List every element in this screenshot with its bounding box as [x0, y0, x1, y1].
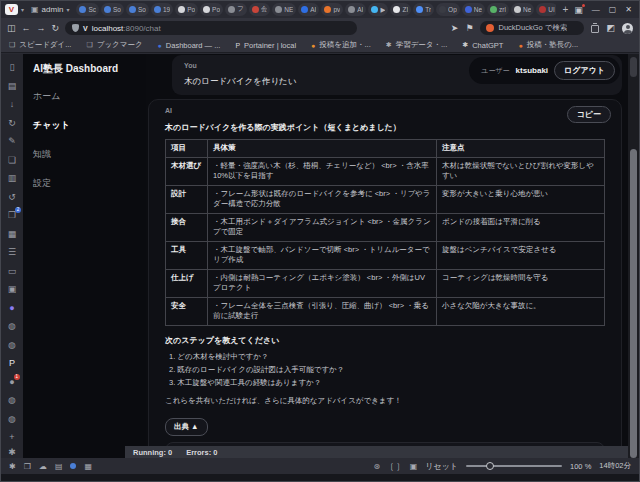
browser-tab[interactable]: Ne [462, 3, 485, 16]
back-icon[interactable]: ← [22, 23, 31, 33]
browser-tab[interactable]: AI [345, 3, 366, 16]
tiling-icon[interactable]: ◩ [606, 23, 615, 33]
capture-icon[interactable]: ❲❳ [388, 462, 401, 471]
trash-icon[interactable] [591, 25, 599, 33]
sync-avatar-icon[interactable] [622, 23, 633, 34]
tasks-panel-icon[interactable]: ☰ [8, 243, 16, 262]
browser-profile[interactable]: ▣ admin ▾ [31, 5, 69, 14]
snapshot-icon[interactable]: ⊛ [374, 462, 381, 471]
bookmarks-panel-icon[interactable]: ▯ [10, 58, 15, 77]
scrollbar-top-segment[interactable] [630, 57, 637, 77]
status-dot-icon[interactable] [70, 463, 76, 469]
sessions-panel-icon[interactable]: ❐ 2 [8, 206, 16, 225]
logout-button[interactable]: ログアウト [554, 61, 615, 80]
maximize-button[interactable]: ▢ [609, 5, 617, 14]
sidebar-nav-item[interactable]: ホーム [33, 90, 146, 103]
bookmark-item[interactable]: ● Dashboard — ... [158, 41, 221, 50]
bookmark-item[interactable]: ● 投稿・塾長の... [518, 40, 578, 50]
settings-gear-icon[interactable]: ✱ [9, 462, 16, 471]
browser-tab[interactable]: Po [175, 3, 198, 16]
scrollbar-thumb[interactable] [630, 149, 637, 458]
browser-tab[interactable]: Tr [413, 3, 434, 16]
images-toggle-icon[interactable]: ▣ [410, 462, 418, 471]
browser-tab[interactable]: AI [298, 3, 319, 16]
browser-tab[interactable]: pv [321, 3, 343, 16]
downloads-panel-icon[interactable]: ↓ [10, 95, 15, 114]
reading-list-icon[interactable]: ❒ [24, 462, 31, 471]
search-field[interactable]: DuckDuckGo で検索 [480, 21, 584, 35]
bookmark-item[interactable]: ● 投稿を追加・... [311, 40, 371, 50]
webpanel-icon[interactable]: ◍ [8, 410, 16, 429]
browser-tab[interactable]: UI [536, 3, 556, 16]
browser-tab[interactable]: Op [436, 3, 460, 16]
vivaldi-menu-icon[interactable]: V [5, 4, 18, 15]
contacts-panel-icon[interactable]: ▣ [8, 280, 17, 299]
tab-favicon [252, 6, 259, 13]
webpanel-icon[interactable]: ◍ [8, 317, 16, 336]
webpanel-icon[interactable]: ◍ [8, 391, 16, 410]
zoom-slider[interactable] [466, 465, 562, 467]
shield-icon[interactable] [72, 24, 79, 32]
portainer-webpanel-icon[interactable]: P [9, 354, 15, 373]
url-text[interactable]: localhost:8090/chat [92, 24, 161, 33]
forward-icon[interactable]: → [37, 23, 46, 33]
browser-tab[interactable]: Ne [511, 3, 534, 16]
tab-bar: V ▾ ▣ admin ▾ Sc So So [1, 1, 639, 18]
windows-panel-icon[interactable]: ❏ [8, 151, 16, 170]
bookmark-item[interactable]: ❑ ブックマーク [86, 40, 142, 50]
minimize-button[interactable]: — [592, 5, 600, 14]
calendar-icon[interactable]: ▦ [84, 462, 92, 471]
sidebar-nav-item[interactable]: チャット [33, 119, 146, 132]
add-webpanel-icon[interactable]: + [9, 428, 14, 447]
menu-caret-icon[interactable]: ▾ [21, 6, 24, 13]
mastodon-webpanel-icon[interactable]: ● [9, 299, 14, 318]
history-panel-icon[interactable]: ↻ [8, 114, 16, 133]
cloud-sync-icon[interactable]: ☁ [39, 462, 47, 471]
bookmark-item[interactable]: ❑ スピードダイ... [9, 40, 71, 50]
browser-tab[interactable]: 会 [249, 3, 271, 16]
notes-panel-icon[interactable]: ✎ [8, 132, 16, 151]
reload-icon[interactable]: ↻ [52, 23, 60, 33]
bookmark-label: ブックマーク [97, 40, 143, 50]
panel-toggle-icon[interactable]: ◫ [7, 23, 16, 33]
print-panel-icon[interactable]: ▥ [8, 169, 17, 188]
tab-favicon [104, 6, 111, 13]
browser-tab[interactable]: ▶ [368, 3, 388, 16]
browser-tab[interactable]: ZI [390, 3, 411, 16]
panel-settings-gear-icon[interactable]: ✱ [8, 447, 16, 457]
browser-tab[interactable]: フ [225, 3, 247, 16]
zoom-slider-knob[interactable] [486, 462, 494, 470]
webpanel-icon[interactable]: ● 1 [9, 373, 14, 392]
zoom-reset-button[interactable]: リセット [425, 461, 458, 472]
table-row: 木材選び ・軽量・強度高い木（杉、梧桐、チェリーなど） <br> ・含水率10%… [166, 157, 605, 185]
browser-tab[interactable]: So [126, 3, 149, 16]
bookmark-item[interactable]: P Portainer | local [235, 41, 296, 50]
bookmark-item[interactable]: ✱ ChatGPT [462, 41, 503, 50]
browser-tab[interactable]: Po [200, 3, 223, 16]
webpanel-icon[interactable]: ◍ [8, 336, 16, 355]
new-tab-button[interactable]: + [559, 4, 571, 15]
feeds-panel-icon[interactable]: ▭ [8, 262, 17, 281]
browser-tab[interactable]: 19 [151, 3, 173, 16]
sidebar-nav-item[interactable]: 設定 [33, 177, 146, 190]
browser-tab[interactable]: NE [272, 3, 296, 16]
calendar-panel-icon[interactable]: ▦ [8, 225, 17, 244]
cell-item: 工具 [166, 241, 208, 269]
browser-tab[interactable]: Sc [76, 3, 99, 16]
tasks-tray-icon[interactable]: ▣ [574, 5, 583, 15]
cursor-mode-icon[interactable]: ➤ [451, 23, 459, 33]
page-scrollbar[interactable] [628, 54, 639, 458]
sidebar-nav-item[interactable]: 知識 [33, 148, 146, 161]
browser-tab[interactable]: So [101, 3, 124, 16]
url-field[interactable]: V localhost:8090/chat [65, 21, 357, 35]
tab-favicon [228, 6, 235, 13]
bookmark-flag-icon[interactable]: ⚑ [465, 23, 473, 33]
bookmark-item[interactable]: ✱ 学習データ・... [386, 40, 447, 50]
sync-panel-icon[interactable]: ↺ [8, 188, 16, 207]
browser-tab[interactable]: zrl [487, 3, 509, 16]
copy-button[interactable]: コピー [567, 106, 611, 123]
reading-list-panel-icon[interactable]: ▤ [8, 77, 17, 96]
mail-icon[interactable]: ▤ [55, 462, 63, 471]
sources-toggle-button[interactable]: 出典 ▲ [165, 418, 208, 436]
close-button[interactable]: ✕ [625, 5, 632, 14]
